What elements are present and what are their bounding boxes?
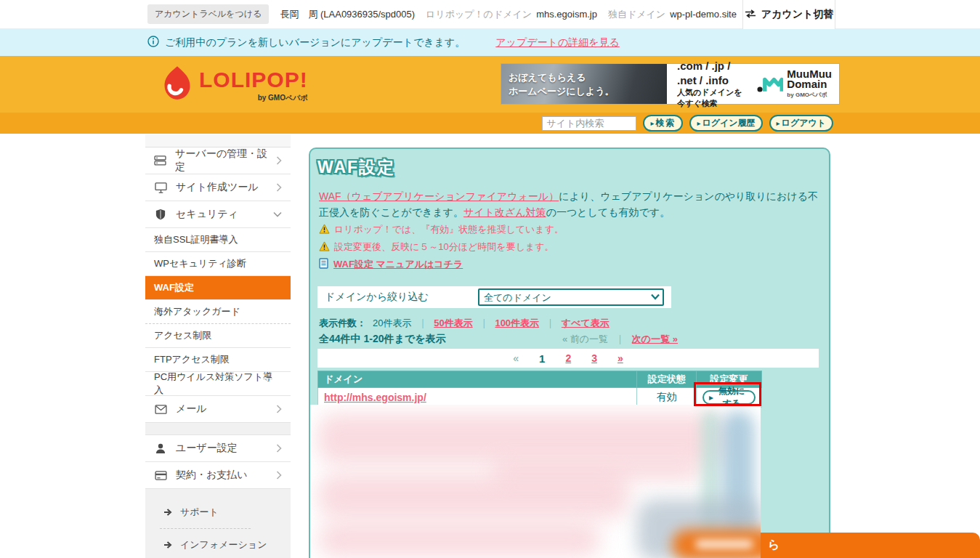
sidebar-item-label: ユーザー設定 (176, 442, 238, 455)
sidebar-footer: サポート インフォメーション (145, 489, 291, 558)
account-label-button[interactable]: アカウントラベルをつける (147, 4, 269, 24)
pagination-page-3[interactable]: 3 (591, 352, 597, 364)
count-current: 20件表示 (373, 317, 411, 330)
banner-copy-line1: おぼえてもらえる (509, 71, 614, 85)
sidebar-item-label: サイト作成ツール (176, 181, 259, 194)
mail-icon (154, 405, 167, 414)
info-icon (147, 36, 159, 50)
manual-link-row: WAF設定 マニュアルはコチラ (319, 258, 463, 271)
document-icon (319, 258, 328, 271)
brand-byline: by GMOペパボ (787, 91, 832, 99)
logout-label: ログアウト (782, 117, 826, 129)
own-domain-label: 独自ドメイン (608, 8, 665, 21)
sidebar-item-ftp-access-restriction[interactable]: FTPアクセス制限 (145, 348, 291, 372)
sub-item-label: 独自SSL証明書導入 (154, 233, 238, 246)
pagination-next[interactable]: » (617, 352, 623, 364)
domain-filter-select[interactable]: 全てのドメイン (478, 288, 664, 306)
pagination-page-2[interactable]: 2 (565, 352, 571, 364)
sidebar-item-wp-security[interactable]: WPセキュリティ診断 (145, 252, 291, 276)
sidebar-item-information[interactable]: インフォメーション (145, 529, 291, 558)
sub-item-label: WPセキュリティ診断 (154, 257, 246, 270)
disable-waf-button[interactable]: ▸ 無効にする (702, 390, 756, 405)
tamper-protection-link[interactable]: サイト改ざん対策 (463, 206, 546, 218)
sidebar-item-user-settings[interactable]: ユーザー設定 (145, 435, 291, 462)
triangle-icon: ▸ (709, 392, 713, 403)
shield-icon (154, 209, 167, 220)
lolipop-logo[interactable]: LOLIPOP! by GMOペパボ (161, 65, 308, 104)
sidebar-partial-row (145, 134, 291, 147)
warning-text: ロリポップ！では、『有効』状態を推奨しています。 (334, 223, 564, 236)
sidebar-item-security[interactable]: セキュリティ (145, 201, 291, 228)
blurred-content (492, 461, 702, 480)
muumuu-m-icon (757, 73, 783, 96)
next-list-link[interactable]: 次の一覧 » (632, 333, 678, 346)
muumuu-domain-ad-banner[interactable]: おぼえてもらえる ホームページにしよう。 .com / .jp / .net /… (501, 64, 839, 104)
table-header-row: ドメイン 設定状態 設定変更 (318, 371, 762, 388)
plan-update-notice: ご利用中のプランを新しいバージョンにアップデートできます。 アップデートの詳細を… (0, 29, 980, 56)
chevron-right-icon (276, 471, 282, 480)
notice-text: ご利用中のプランを新しいバージョンにアップデートできます。 (165, 36, 465, 49)
arrow-right-icon (164, 540, 173, 551)
logout-button[interactable]: ▸ ログアウト (769, 115, 833, 132)
sidebar-item-label: メール (176, 403, 207, 416)
lolipop-domain-label: ロリポップ！のドメイン (426, 8, 532, 21)
monitor-icon (154, 182, 167, 193)
pagination-first: « (513, 352, 519, 364)
sidebar-item-support[interactable]: サポート (145, 496, 291, 528)
logo-wordmark: LOLIPOP! (199, 65, 308, 91)
waf-glossary-link[interactable]: WAF（ウェブアプリケーションファイアウォール） (319, 190, 559, 202)
login-history-label: ログイン履歴 (702, 117, 755, 129)
waf-manual-link[interactable]: WAF設定 マニュアルはコチラ (333, 258, 463, 271)
switch-account-button[interactable]: アカウント切替 (742, 0, 835, 29)
show-all-link[interactable]: すべて表示 (562, 317, 610, 330)
prev-list-link: « 前の一覧 (562, 333, 608, 346)
logo-byline: by GMOペパボ (199, 93, 308, 103)
switch-account-label: アカウント切替 (761, 8, 834, 21)
banner-copy-line2: ホームページにしよう。 (509, 85, 614, 99)
display-count-controls: 表示件数： 20件表示 ｜ 50件表示 ｜ 100件表示 ｜ すべて表示 (319, 317, 610, 330)
sidebar-item-server-management[interactable]: サーバーの管理・設定 (145, 147, 291, 174)
sidebar-item-mail[interactable]: メール (145, 396, 291, 423)
sidebar-item-ssl-cert[interactable]: 独自SSL証明書導入 (145, 228, 291, 252)
lolipop-domain-value: mhs.egoism.jp (536, 9, 597, 20)
arrow-right-icon (164, 507, 173, 518)
triangle-icon: ▸ (697, 119, 700, 127)
sidebar-item-site-tools[interactable]: サイト作成ツール (145, 174, 291, 201)
show-100-link[interactable]: 100件表示 (495, 317, 539, 330)
domain-filter-label: ドメインから絞り込む (325, 291, 429, 304)
sidebar-item-label: サーバーの管理・設定 (175, 147, 267, 174)
banner-photo: おぼえてもらえる ホームページにしよう。 (501, 64, 667, 104)
count-label: 表示件数： (319, 317, 366, 330)
intro-text-2: の一つとしても有効です。 (546, 206, 671, 218)
result-range-text: 全44件中 1-20件までを表示 (319, 333, 445, 346)
lolipop-drop-icon (161, 65, 193, 104)
chevron-down-icon (273, 211, 282, 217)
sub-item-label: アクセス制限 (154, 329, 211, 342)
sidebar-navigation: サーバーの管理・設定 サイト作成ツール セキュリティ 独自SSL証明書導入 WP… (145, 134, 291, 558)
login-history-button[interactable]: ▸ ログイン履歴 (689, 115, 762, 132)
site-search-input[interactable] (542, 116, 636, 131)
header-bar: LOLIPOP! by GMOペパボ おぼえてもらえる ホームページにしよう。 … (0, 56, 980, 113)
warning-icon (319, 224, 330, 236)
sidebar-item-overseas-attack-guard[interactable]: 海外アタックガード (145, 300, 291, 324)
server-icon (154, 155, 166, 166)
search-button[interactable]: ▸ 検索 (643, 115, 683, 132)
chevron-right-icon (276, 405, 282, 413)
site-toolbar: ▸ 検索 ▸ ログイン履歴 ▸ ログアウト (0, 113, 980, 134)
footer-item-label: サポート (180, 506, 219, 519)
blurred-content (317, 413, 724, 464)
chat-ribbon-text: ら (768, 538, 779, 553)
sub-item-label: PC用ウイルス対策ソフト導入 (154, 371, 282, 397)
sidebar-item-pc-antivirus[interactable]: PC用ウイルス対策ソフト導入 (145, 372, 291, 396)
banner-tlds: .com / .jp / .net / .info (677, 59, 748, 87)
account-name: 長岡 周 (LAA0936935/spd005) (280, 8, 415, 21)
show-50-link[interactable]: 50件表示 (434, 317, 472, 330)
sidebar-item-waf-settings[interactable]: WAF設定 (145, 276, 291, 300)
sidebar-item-access-restriction[interactable]: アクセス制限 (145, 324, 291, 348)
blurred-table-rows (310, 405, 761, 558)
domain-link[interactable]: http://mhs.egoism.jp/ (324, 392, 426, 403)
update-details-link[interactable]: アップデートの詳細を見る (495, 36, 620, 49)
footer-item-label: インフォメーション (180, 538, 267, 551)
sidebar-item-contract-payment[interactable]: 契約・お支払い (145, 462, 291, 489)
column-header-domain: ドメイン (318, 371, 637, 388)
